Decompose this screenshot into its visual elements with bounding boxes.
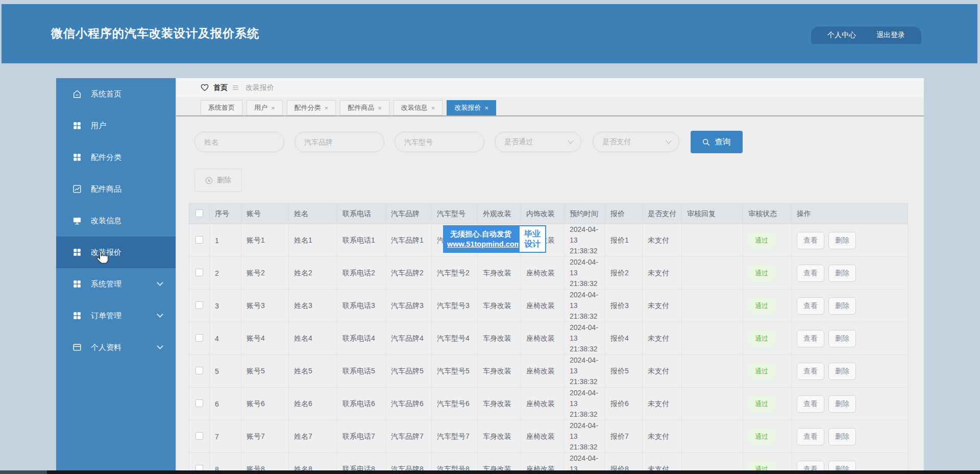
cell-phone: 联系电话1: [337, 224, 386, 257]
status-badge: 通过: [748, 233, 775, 248]
sidebar-item-label: 个人资料: [91, 343, 121, 352]
sidebar-item-6[interactable]: 改装报价: [56, 236, 176, 268]
circle-x-icon: [205, 177, 213, 184]
tab-6[interactable]: 改装报价×: [447, 100, 496, 115]
row-checkbox[interactable]: [195, 301, 203, 309]
tab-5[interactable]: 改装信息×: [394, 100, 443, 115]
cell-quote: 报价2: [605, 257, 643, 290]
delete-button[interactable]: 删除: [828, 363, 856, 380]
column-header: 审核状态: [743, 204, 792, 224]
sidebar-item-1[interactable]: 系统首页: [56, 78, 176, 110]
header-checkbox-cell: [189, 204, 210, 224]
row-checkbox[interactable]: [195, 399, 203, 407]
close-icon[interactable]: ×: [325, 104, 329, 112]
delete-button[interactable]: 删除: [828, 265, 856, 282]
view-button[interactable]: 查看: [797, 363, 824, 380]
view-button[interactable]: 查看: [797, 330, 824, 347]
delete-button[interactable]: 删除: [828, 297, 856, 315]
app-header: 微信小程序的汽车改装设计及报价系统 个人中心 退出登录: [2, 4, 977, 63]
pass-select[interactable]: 是否通过: [495, 132, 581, 152]
cell-account: 账号1: [241, 224, 289, 257]
table-row: 2账号2姓名2联系电话2汽车品牌2汽车型号2车身改装座椅改装2024-04-13…: [189, 257, 908, 290]
search-button-label: 查询: [715, 137, 731, 148]
close-icon[interactable]: ×: [484, 104, 488, 112]
cell-model: 汽车型号4: [432, 322, 478, 355]
sidebar-item-9[interactable]: 个人资料: [56, 331, 176, 363]
table-row: 5账号5姓名5联系电话5汽车品牌5汽车型号5车身改装座椅改装2024-04-13…: [189, 355, 908, 388]
delete-button[interactable]: 删除: [828, 330, 856, 347]
row-checkbox-cell: [189, 290, 210, 322]
sidebar-item-2[interactable]: 用户: [56, 110, 176, 141]
cell-account: 账号6: [241, 388, 289, 420]
view-button[interactable]: 查看: [797, 265, 824, 282]
cell-account: 账号8: [241, 453, 289, 471]
car-model-input[interactable]: [395, 132, 484, 152]
cell-exterior: 车身改装: [478, 322, 521, 355]
tab-2[interactable]: 用户×: [247, 100, 283, 115]
cell-time: 2024-04-1321:38:32: [565, 420, 605, 453]
tab-3[interactable]: 配件分类×: [287, 100, 336, 115]
cell-status: 通过: [743, 257, 792, 290]
grid-icon: [71, 310, 83, 321]
tab-1[interactable]: 系统首页: [201, 100, 242, 115]
car-brand-input[interactable]: [295, 132, 384, 152]
close-icon[interactable]: ×: [271, 104, 275, 112]
close-icon[interactable]: ×: [431, 104, 435, 112]
breadcrumb-home[interactable]: 首页: [213, 83, 228, 92]
status-badge: 通过: [748, 396, 775, 412]
cell-time: 2024-04-1321:38:32: [565, 388, 605, 420]
row-checkbox[interactable]: [195, 269, 203, 276]
cell-phone: 联系电话3: [337, 290, 386, 322]
cell-brand: 汽车品牌2: [386, 257, 432, 290]
tab-4[interactable]: 配件商品×: [340, 100, 389, 115]
status-badge: 通过: [748, 429, 775, 444]
filter-row: 是否通过 是否支付 查询: [194, 131, 924, 153]
cell-model: 汽车型号8: [432, 453, 478, 471]
select-all-checkbox[interactable]: [195, 209, 203, 217]
row-checkbox[interactable]: [195, 432, 203, 440]
cell-no: 2: [210, 257, 241, 290]
view-button[interactable]: 查看: [797, 232, 824, 249]
cell-time: 2024-04-1321:38:32: [565, 290, 605, 322]
view-button[interactable]: 查看: [797, 297, 824, 315]
name-input[interactable]: [194, 132, 284, 152]
cell-no: 5: [210, 355, 241, 388]
view-button[interactable]: 查看: [797, 428, 824, 445]
view-button[interactable]: 查看: [797, 395, 824, 413]
row-checkbox[interactable]: [195, 236, 203, 244]
chevron-down-icon: [157, 343, 163, 349]
logout-link[interactable]: 退出登录: [876, 31, 905, 40]
status-badge: 通过: [748, 462, 775, 471]
delete-button[interactable]: 删除: [828, 428, 856, 445]
sidebar-item-4[interactable]: 配件商品: [56, 173, 176, 205]
search-button[interactable]: 查询: [691, 131, 743, 153]
delete-button[interactable]: 删除: [828, 232, 856, 249]
cell-account: 账号4: [241, 322, 289, 355]
card-icon: [71, 342, 83, 353]
column-header: 汽车品牌: [386, 204, 432, 224]
sidebar-item-8[interactable]: 订单管理: [56, 300, 176, 331]
tab-label: 配件商品: [348, 103, 374, 112]
cell-paid: 未支付: [643, 290, 682, 322]
bulk-delete-button[interactable]: 删除: [194, 169, 242, 192]
quotes-table: 序号账号姓名联系电话汽车品牌汽车型号外观改装内饰改装预约时间报价是否支付审核回复…: [189, 203, 908, 471]
sidebar-item-3[interactable]: 配件分类: [56, 141, 176, 173]
chart-icon: [71, 183, 83, 195]
delete-button[interactable]: 删除: [828, 395, 856, 413]
sidebar-item-7[interactable]: 系统管理: [56, 268, 176, 300]
pay-select[interactable]: 是否支付: [593, 132, 679, 152]
cell-quote: 报价7: [605, 420, 643, 453]
row-checkbox[interactable]: [195, 334, 203, 342]
table-body: 1账号1姓名1联系电话1汽车品牌1汽车型号1车身改装座椅改装2024-04-13…: [189, 224, 908, 471]
cell-interior: 座椅改装: [521, 388, 565, 420]
sidebar-item-5[interactable]: 改装信息: [56, 205, 176, 236]
table-row: 4账号4姓名4联系电话4汽车品牌4汽车型号4车身改装座椅改装2024-04-13…: [189, 322, 908, 355]
cell-interior: 座椅改装: [521, 420, 565, 453]
profile-link[interactable]: 个人中心: [827, 31, 856, 40]
row-checkbox[interactable]: [195, 367, 203, 374]
cell-phone: 联系电话8: [337, 453, 386, 471]
delete-button[interactable]: 删除: [828, 461, 856, 471]
close-icon[interactable]: ×: [378, 104, 382, 112]
cell-time: 2024-04-1321:38:32: [565, 257, 605, 290]
view-button[interactable]: 查看: [797, 461, 824, 471]
